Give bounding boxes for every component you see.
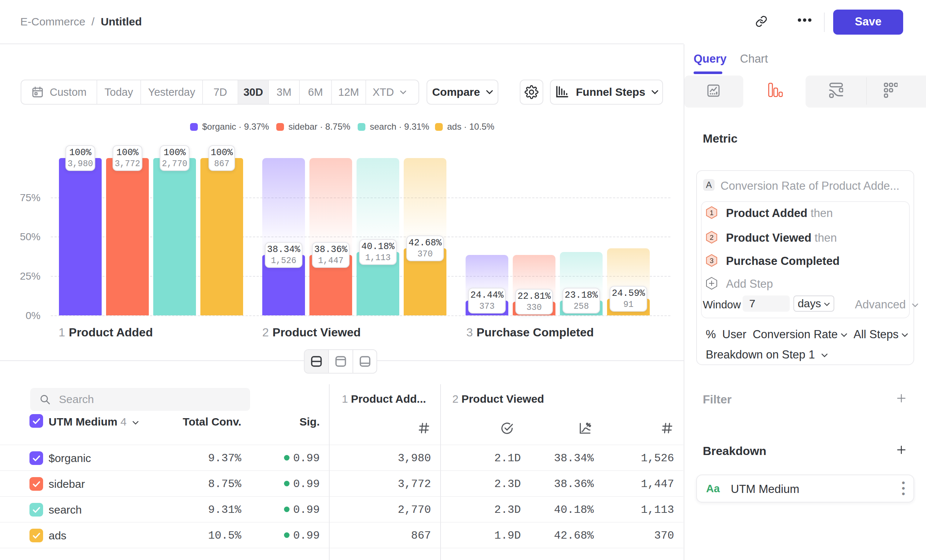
svg-text:2: 2	[710, 233, 714, 241]
svg-text:3: 3	[710, 257, 714, 265]
svg-text:1: 1	[710, 209, 714, 216]
